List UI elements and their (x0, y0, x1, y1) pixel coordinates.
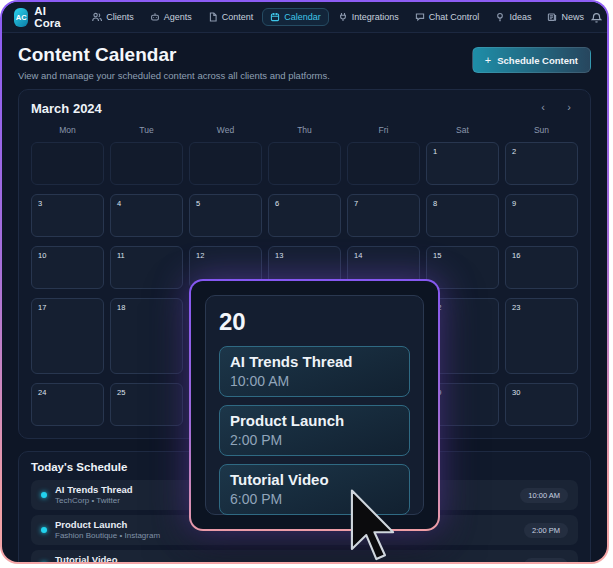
schedule-item-meta: TechCorp • Twitter (55, 496, 133, 506)
page-header: Content Calendar View and manage your sc… (2, 33, 607, 89)
schedule-item-title: Product Launch (55, 519, 160, 531)
document-icon (208, 12, 218, 22)
schedule-item-title: AI Trends Thread (55, 484, 133, 496)
calendar-day-cell[interactable]: 4 (110, 194, 183, 237)
calendar-day-cell[interactable]: 2 (505, 142, 578, 185)
weekday-label: Sat (426, 125, 499, 135)
event-time: 6:00 PM (230, 491, 399, 508)
calendar-day-cell[interactable]: 1 (426, 142, 499, 185)
schedule-item-time-badge: 10:00 AM (520, 488, 568, 503)
weekday-label: Thu (268, 125, 341, 135)
app-logo: AC (14, 8, 28, 27)
nav-label: News (561, 12, 584, 22)
calendar-day-cell[interactable]: 3 (31, 194, 104, 237)
lightbulb-icon (495, 12, 505, 22)
calendar-day-cell[interactable]: 30 (505, 383, 578, 426)
nav-item-news[interactable]: News (540, 8, 591, 26)
newspaper-icon (547, 12, 557, 22)
nav-label: Content (222, 12, 254, 22)
calendar-nav: ‹ › (534, 100, 578, 116)
calendar-day-cell[interactable]: 24 (31, 383, 104, 426)
calendar-icon (270, 12, 280, 22)
schedule-content-button[interactable]: + Schedule Content (472, 47, 591, 73)
nav-item-calendar[interactable]: Calendar (262, 8, 329, 26)
nav-label: Clients (106, 12, 134, 22)
event-title: Tutorial Video (230, 471, 399, 489)
event-time: 2:00 PM (230, 432, 399, 449)
calendar-day-cell[interactable]: 11 (110, 246, 183, 289)
calendar-day-cell[interactable]: 25 (110, 383, 183, 426)
calendar-month-label: March 2024 (31, 101, 102, 116)
status-dot (41, 527, 47, 533)
prev-month-button[interactable]: ‹ (534, 100, 552, 116)
popup-day-card[interactable]: 20 AI Trends Thread 10:00 AM Product Lau… (205, 295, 424, 515)
schedule-list-item[interactable]: Tutorial Video Health & Wellness • TikTo… (31, 550, 578, 562)
chat-bubble-icon (415, 12, 425, 22)
schedule-item-title: Tutorial Video (55, 554, 150, 562)
app-name: AI Cora (34, 5, 65, 29)
schedule-item-time-badge: 2:00 PM (524, 523, 568, 538)
nav-item-content[interactable]: Content (201, 8, 261, 26)
event-card[interactable]: AI Trends Thread 10:00 AM (219, 346, 410, 397)
calendar-day-cell[interactable]: 15 (426, 246, 499, 289)
calendar-day-cell[interactable]: 5 (189, 194, 262, 237)
nav-item-ideas[interactable]: Ideas (488, 8, 538, 26)
weekday-label: Tue (110, 125, 183, 135)
nav-label: Calendar (284, 12, 321, 22)
schedule-item-text: Tutorial Video Health & Wellness • TikTo… (55, 554, 150, 562)
nav-items: Clients Agents Content Calendar Integrat… (85, 8, 591, 26)
calendar-day-cell[interactable]: 16 (505, 246, 578, 289)
nav-item-integrations[interactable]: Integrations (331, 8, 406, 26)
calendar-day-cell (347, 142, 420, 185)
bot-icon (150, 12, 160, 22)
popup-inner: 20 AI Trends Thread 10:00 AM Product Lau… (191, 281, 438, 529)
calendar-day-cell[interactable]: 17 (31, 298, 104, 374)
schedule-item-time-badge: 6:00 PM (524, 558, 568, 563)
nav-item-agents[interactable]: Agents (143, 8, 199, 26)
event-title: AI Trends Thread (230, 353, 399, 371)
brand[interactable]: AC AI Cora (14, 5, 65, 29)
event-card[interactable]: Product Launch 2:00 PM (219, 405, 410, 456)
nav-label: Chat Control (429, 12, 480, 22)
nav-item-clients[interactable]: Clients (85, 8, 141, 26)
schedule-button-label: Schedule Content (497, 55, 578, 66)
calendar-day-cell[interactable]: 8 (426, 194, 499, 237)
bell-icon[interactable] (591, 12, 602, 23)
calendar-day-cell[interactable]: 10 (31, 246, 104, 289)
calendar-day-cell[interactable]: 6 (268, 194, 341, 237)
nav-label: Agents (164, 12, 192, 22)
next-month-button[interactable]: › (560, 100, 578, 116)
event-card[interactable]: Tutorial Video 6:00 PM (219, 464, 410, 515)
users-icon (92, 12, 102, 22)
page-subtitle: View and manage your scheduled content a… (18, 70, 330, 81)
day-detail-popup: 20 AI Trends Thread 10:00 AM Product Lau… (189, 279, 440, 531)
calendar-day-cell[interactable]: 18 (110, 298, 183, 374)
weekday-label: Wed (189, 125, 262, 135)
nav-label: Ideas (509, 12, 531, 22)
status-dot (41, 492, 47, 498)
calendar-day-cell[interactable]: 7 (347, 194, 420, 237)
page-title: Content Calendar (18, 44, 330, 66)
nav-label: Integrations (352, 12, 399, 22)
plug-icon (338, 12, 348, 22)
calendar-day-cell (31, 142, 104, 185)
schedule-item-meta: Fashion Boutique • Instagram (55, 531, 160, 541)
calendar-day-cell[interactable]: 9 (505, 194, 578, 237)
calendar-day-cell (268, 142, 341, 185)
app-window: AC AI Cora Clients Agents Content Calend… (2, 2, 607, 562)
weekday-label: Fri (347, 125, 420, 135)
page-header-text: Content Calendar View and manage your sc… (18, 44, 330, 81)
calendar-day-cell (189, 142, 262, 185)
nav-right: ⚙ JD (591, 8, 607, 26)
top-nav: AC AI Cora Clients Agents Content Calend… (2, 2, 607, 33)
calendar-day-cell (110, 142, 183, 185)
schedule-item-text: Product Launch Fashion Boutique • Instag… (55, 519, 160, 541)
calendar-day-cell[interactable]: 23 (505, 298, 578, 374)
calendar-header: March 2024 ‹ › (31, 100, 578, 116)
app-frame: AC AI Cora Clients Agents Content Calend… (0, 0, 609, 564)
weekday-label: Mon (31, 125, 104, 135)
nav-item-chat-control[interactable]: Chat Control (408, 8, 487, 26)
weekday-row: Mon Tue Wed Thu Fri Sat Sun (31, 125, 578, 135)
plus-icon: + (485, 54, 491, 66)
event-time: 10:00 AM (230, 373, 399, 390)
